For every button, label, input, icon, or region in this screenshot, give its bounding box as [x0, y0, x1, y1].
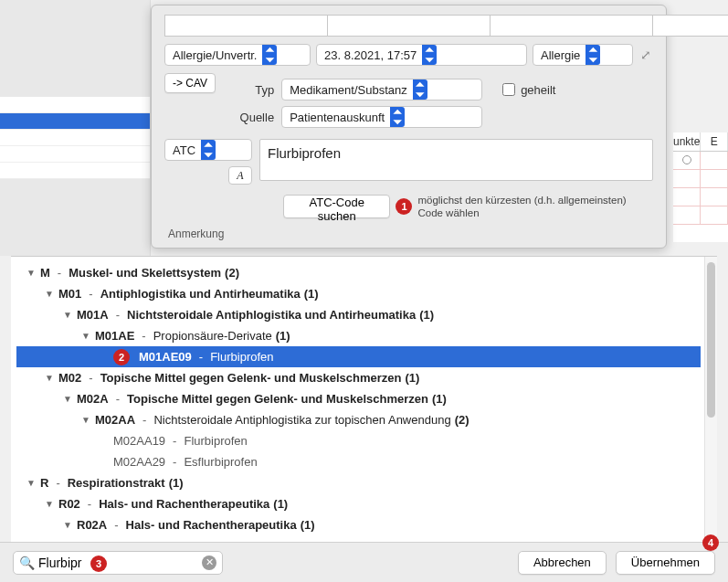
tree-node-M01A[interactable]: ▼M01A - Nichtsteroidale Antiphlogistika …: [16, 304, 701, 325]
node-name: Propionsäure-Derivate: [153, 329, 272, 343]
geheilt-label: geheilt: [521, 83, 555, 97]
node-count: (2): [225, 266, 239, 280]
disclosure-icon[interactable]: ▼: [44, 499, 55, 509]
node-count: (1): [169, 476, 184, 490]
bg-col-2: E: [701, 132, 728, 151]
tree-node-R02AX[interactable]: ▼R02AX - Andere Hals- und Rachentherapeu…: [16, 535, 701, 542]
search-icon: 🔍: [19, 556, 35, 570]
chevron-updown-icon: [422, 45, 437, 65]
typ-select[interactable]: Medikament/Substanz: [281, 79, 482, 101]
chevron-updown-icon: [262, 45, 277, 65]
quelle-select[interactable]: Patientenauskunft: [281, 106, 482, 128]
hint-text: möglichst den kürzesten (d.h. allgemeins…: [417, 194, 653, 220]
disclosure-icon[interactable]: ▼: [44, 373, 55, 383]
disclosure-icon[interactable]: ▼: [62, 394, 73, 404]
disclosure-icon[interactable]: ▼: [44, 289, 55, 299]
node-code: M01A: [77, 308, 109, 322]
node-name: Topische Mittel gegen Gelenk- und Muskel…: [127, 392, 428, 406]
node-count: (1): [432, 392, 447, 406]
node-name: Hals- und Rachentherapeutika: [126, 518, 297, 532]
category-label: Allergie/Unvertr.: [173, 48, 257, 62]
tree-node-M01AE09[interactable]: 2M01AE09 - Flurbiprofen: [16, 346, 701, 367]
node-name: Flurbiprofen: [184, 434, 247, 448]
tree-scroll[interactable]: ▼M - Muskel- und Skelettsystem (2)▼M01 -…: [11, 257, 704, 542]
chevron-updown-icon: [586, 45, 600, 65]
tree-node-M02AA29[interactable]: M02AA29 - Esflurbiprofen: [16, 451, 701, 472]
node-name: Nichtsteroidale Antiphlogistika und Anti…: [127, 308, 416, 322]
codesystem-label: ATC: [173, 143, 195, 157]
node-code: M01AE: [95, 329, 134, 343]
node-code: M02A: [77, 392, 109, 406]
disclosure-icon[interactable]: ▼: [26, 268, 37, 278]
top-field-4[interactable]: [652, 15, 728, 37]
background-columns: unkte E: [673, 132, 728, 242]
node-name: Topische Mittel gegen Gelenk- und Muskel…: [100, 371, 402, 385]
top-field-2[interactable]: [327, 15, 490, 37]
top-field-3[interactable]: [490, 15, 652, 37]
allergy-popover: ⚙ Allergie/Unvertr. 23. 8.2021, 17:57 Al…: [151, 5, 667, 249]
clear-icon[interactable]: ✕: [202, 556, 216, 570]
node-name: Antiphlogistika und Antirheumatika: [100, 287, 301, 301]
node-count: (1): [304, 287, 319, 301]
bg-col-1: unkte: [673, 132, 701, 151]
tree-node-R02A[interactable]: ▼R02A - Hals- und Rachentherapeutika (1): [16, 514, 701, 535]
datetime-field[interactable]: 23. 8.2021, 17:57: [316, 44, 527, 66]
disclosure-icon[interactable]: ▼: [26, 478, 37, 488]
tree-node-M02AA19[interactable]: M02AA19 - Flurbiprofen: [16, 430, 701, 451]
tree-node-R02[interactable]: ▼R02 - Hals- und Rachentherapeutika (1): [16, 493, 701, 514]
quelle-value: Patientenauskunft: [290, 111, 385, 124]
ok-button[interactable]: Übernehmen: [616, 551, 715, 575]
tree-node-M02A[interactable]: ▼M02A - Topische Mittel gegen Gelenk- un…: [16, 388, 701, 409]
node-name: Respirationstrakt: [68, 476, 165, 490]
tree-node-M01AE[interactable]: ▼M01AE - Propionsäure-Derivate (1): [16, 325, 701, 346]
quelle-label: Quelle: [228, 111, 274, 124]
tree-node-M02[interactable]: ▼M02 - Topische Mittel gegen Gelenk- und…: [16, 367, 701, 388]
expand-icon[interactable]: ⤢: [638, 48, 653, 62]
scrollbar[interactable]: [704, 257, 717, 542]
tree-node-M01[interactable]: ▼M01 - Antiphlogistika und Antirheumatik…: [16, 283, 701, 304]
atc-search-button[interactable]: ATC-Code suchen: [283, 195, 390, 218]
font-button[interactable]: A: [228, 166, 252, 185]
scrollbar-thumb[interactable]: [707, 262, 715, 418]
node-code: M02AA19: [113, 434, 165, 448]
substance-textarea[interactable]: Flurbiprofen: [259, 139, 653, 181]
tree-node-M02AA[interactable]: ▼M02AA - Nichtsteroidale Antiphlogistika…: [16, 409, 701, 430]
typ-label: Typ: [228, 83, 274, 97]
disclosure-icon[interactable]: ▼: [80, 331, 91, 341]
category-select[interactable]: Allergie/Unvertr.: [164, 44, 311, 66]
node-count: (1): [276, 329, 290, 343]
chevron-updown-icon: [413, 79, 427, 100]
node-name: Hals- und Rachentherapeutika: [99, 497, 269, 511]
node-code: R02: [58, 497, 80, 511]
node-count: (1): [406, 371, 420, 385]
cancel-button[interactable]: Abbrechen: [518, 551, 607, 575]
disclosure-icon[interactable]: ▼: [62, 310, 73, 320]
node-count: (1): [273, 497, 288, 511]
cav-button[interactable]: -> CAV: [164, 73, 216, 93]
chevron-updown-icon: [390, 107, 405, 127]
node-count: (1): [301, 518, 315, 532]
geheilt-box[interactable]: [502, 83, 515, 96]
footer-bar: 🔍 ✕ 3 Abbrechen 4 Übernehmen: [0, 542, 728, 582]
anmerkung-label: Anmerkung: [168, 228, 653, 240]
typ-value: Medikament/Substanz: [290, 83, 407, 97]
tree-node-M[interactable]: ▼M - Muskel- und Skelettsystem (2): [16, 262, 701, 283]
disclosure-icon[interactable]: ▼: [62, 520, 73, 530]
kind-label: Allergie: [541, 48, 580, 62]
badge-2: 2: [113, 349, 130, 365]
top-field-1[interactable]: [164, 15, 327, 37]
node-code: M02AA29: [113, 455, 165, 469]
codesystem-select[interactable]: ATC: [164, 139, 252, 161]
node-name: Nichtsteroidale Antiphlogistika zur topi…: [153, 413, 450, 427]
badge-4: 4: [702, 534, 719, 551]
node-count: (2): [455, 413, 470, 427]
geheilt-checkbox[interactable]: geheilt: [502, 83, 555, 97]
chevron-updown-icon: [201, 140, 216, 160]
node-code: M01: [58, 287, 81, 301]
tree-node-R[interactable]: ▼R - Respirationstrakt (1): [16, 472, 701, 493]
node-name: Esflurbiprofen: [184, 455, 257, 469]
search-field-wrap[interactable]: 🔍 ✕ 3: [13, 551, 223, 575]
kind-select[interactable]: Allergie: [533, 44, 633, 66]
disclosure-icon[interactable]: ▼: [80, 415, 91, 425]
search-input[interactable]: [38, 556, 202, 570]
